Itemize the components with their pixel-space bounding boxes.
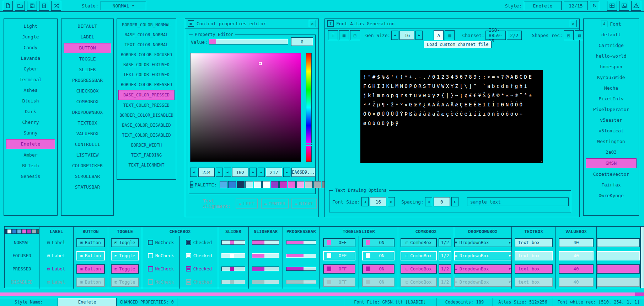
font-size-box[interactable]: 16 (370, 197, 386, 206)
gen-size-box[interactable]: 16 (399, 31, 414, 40)
control-item-toggle[interactable]: TOGGLE (64, 54, 111, 64)
palette-swatch-5[interactable] (262, 181, 270, 188)
control-item-default[interactable]: DEFAULT (64, 22, 111, 31)
style-item-cherry[interactable]: Cherry (6, 118, 55, 127)
style-item-lavanda[interactable]: Lavanda (6, 54, 55, 63)
property-item-base-color-pressed[interactable]: BASE_COLOR_PRESSED (118, 90, 175, 100)
font-item-westington[interactable]: Westington (586, 137, 637, 146)
style-item-dark[interactable]: Dark (6, 107, 55, 116)
blue-value-box[interactable]: 217 (266, 168, 282, 177)
charset-page-box[interactable]: 2/2 (507, 31, 521, 40)
font-item-pixelintv[interactable]: PixelIntv (586, 94, 637, 104)
style-item-cyber[interactable]: Cyber (6, 64, 55, 74)
style-item-terminal[interactable]: Terminal (6, 75, 55, 84)
font-item-v5easter[interactable]: v5easter (586, 116, 637, 125)
property-item-base-color-disabled[interactable]: BASE_COLOR_DISABLED (118, 121, 175, 130)
style-item-bluish[interactable]: Bluish (6, 96, 55, 106)
gen-size-increment-button[interactable]: ▶ (415, 31, 423, 40)
control-item-dropdownbox[interactable]: DROPDOWNBOX (64, 108, 111, 117)
reset-charset-button[interactable]: ▥ (445, 30, 455, 40)
palette-swatch-2[interactable] (237, 181, 245, 188)
style-item-rltech[interactable]: RLTech (6, 161, 55, 170)
spacing-increment-button[interactable]: ▶ (451, 197, 458, 206)
prop-window-close-button[interactable]: × (309, 20, 316, 27)
font-item-fairfax[interactable]: Fairfax (586, 180, 637, 190)
palette-swatch-1[interactable] (228, 181, 236, 188)
hue-slider-handle[interactable] (305, 143, 312, 146)
color-picker-cursor[interactable] (259, 62, 262, 65)
align-right-button[interactable]: ≡ RIGHT (291, 199, 317, 209)
reload-style-button[interactable]: ↻ (590, 1, 599, 10)
palette-swatch-9[interactable] (296, 181, 304, 188)
property-item-base-color-normal[interactable]: BASE_COLOR_NORMAL (118, 30, 175, 39)
property-item-border-color-disabled[interactable]: BORDER_COLOR_DISABLED (118, 111, 175, 120)
align-center-button[interactable]: ≡ CENTER (261, 199, 289, 209)
load-charset-button[interactable]: A (434, 30, 444, 40)
gen-size-decrement-button[interactable]: ◀ (391, 31, 398, 40)
control-item-valuebox[interactable]: VALUEBOX (64, 129, 111, 138)
value-slider[interactable] (209, 39, 288, 44)
style-name-box[interactable]: Enefete (524, 1, 562, 10)
style-item-enefete[interactable]: Enefete (6, 139, 55, 149)
style-item-sunny[interactable]: Sunny (6, 128, 55, 138)
random-style-button[interactable] (51, 1, 61, 11)
font-size-increment-button[interactable]: ▶ (388, 197, 395, 206)
red-value-box[interactable]: 234 (198, 168, 215, 177)
export-style-button[interactable] (39, 1, 49, 11)
property-item-text-color-disabled[interactable]: TEXT_COLOR_DISABLED (118, 131, 175, 140)
report-issue-button[interactable] (631, 1, 641, 11)
palette-swatch-10[interactable] (305, 181, 313, 188)
state-dropdown[interactable]: NORMAL ▼ (101, 1, 146, 10)
font-item-cartridge[interactable]: Cartridge (586, 41, 637, 50)
spacing-box[interactable]: 0 (434, 197, 450, 206)
atlas-view-button[interactable]: ▦ (339, 30, 349, 40)
atlas-window-titlebar[interactable]: T Font Atlas Generation × (325, 19, 579, 28)
control-item-combobox[interactable]: COMBOBOX (64, 97, 111, 106)
spacing-decrement-button[interactable]: ◀ (425, 197, 432, 206)
charset-box[interactable]: ISO-8859-15 (485, 31, 506, 40)
control-item-listview[interactable]: LISTVIEW (64, 151, 111, 160)
control-item-button[interactable]: BUTTON (64, 43, 111, 53)
style-item-candy[interactable]: Candy (6, 43, 55, 52)
style-item-genesis[interactable]: Genesis (6, 172, 55, 181)
green-increment-button[interactable]: ▶ (249, 168, 257, 177)
property-item-text-color-focused[interactable]: TEXT_COLOR_FOCUSED (118, 70, 175, 79)
font-item-2a03[interactable]: 2a03 (586, 148, 637, 157)
save-style-button[interactable] (27, 1, 37, 11)
property-item-border-width[interactable]: BORDER_WIDTH (118, 141, 175, 150)
property-item-text-color-normal[interactable]: TEXT_COLOR_NORMAL (118, 40, 175, 49)
property-item-text-alignment[interactable]: TEXT_ALIGNMENT (118, 160, 175, 170)
style-item-amber[interactable]: Amber (6, 151, 55, 160)
control-item-textbox[interactable]: TEXTBOX (64, 118, 111, 128)
hex-value-box[interactable]: EA66D9... (291, 168, 315, 177)
control-item-progressbar[interactable]: PROGRESSBAR (64, 76, 111, 85)
color-picker-panel[interactable] (190, 53, 301, 162)
control-item-slider[interactable]: SLIDER (64, 65, 111, 74)
value-box[interactable]: 0 (291, 37, 313, 46)
shapes-rec-button-1[interactable]: ◰ (564, 30, 574, 40)
prop-window-titlebar[interactable]: ▣ Control properties editor × (185, 19, 318, 28)
palette-swatch-8[interactable] (288, 181, 296, 188)
blue-increment-button[interactable]: ▶ (283, 168, 290, 177)
style-image-button[interactable] (619, 1, 629, 11)
control-item-control11[interactable]: CONTROL11 (64, 140, 111, 149)
property-item-text-padding[interactable]: TEXT_PADDING (118, 151, 175, 160)
style-item-ashes[interactable]: Ashes (6, 86, 55, 95)
new-style-button[interactable] (3, 1, 13, 11)
palette-swatch-3[interactable] (245, 181, 253, 188)
palette-swatch-7[interactable] (279, 181, 287, 188)
control-item-statusbar[interactable]: STATUSBAR (64, 183, 111, 192)
style-item-jungle[interactable]: Jungle (6, 32, 55, 42)
control-item-scrollbar[interactable]: SCROLLBAR (64, 172, 111, 181)
property-item-border-color-focused[interactable]: BORDER_COLOR_FOCUSED (118, 50, 175, 59)
palette-swatch-11[interactable] (313, 181, 321, 188)
unload-font-button[interactable]: ◳ (350, 30, 360, 40)
font-item-kyrou7wide[interactable]: Kyrou7Wide (586, 73, 637, 82)
font-item-hello-world[interactable]: hello-world (586, 52, 637, 61)
control-item-colorpicker[interactable]: COLORPICKER (64, 161, 111, 170)
font-item-homespun[interactable]: homespun (586, 62, 637, 72)
hue-slider[interactable] (306, 53, 312, 162)
palette-swatch-6[interactable] (271, 181, 279, 188)
font-item-owrekynge[interactable]: OwreKynge (586, 191, 637, 200)
table-horizontal-scrollbar[interactable] (0, 292, 644, 296)
